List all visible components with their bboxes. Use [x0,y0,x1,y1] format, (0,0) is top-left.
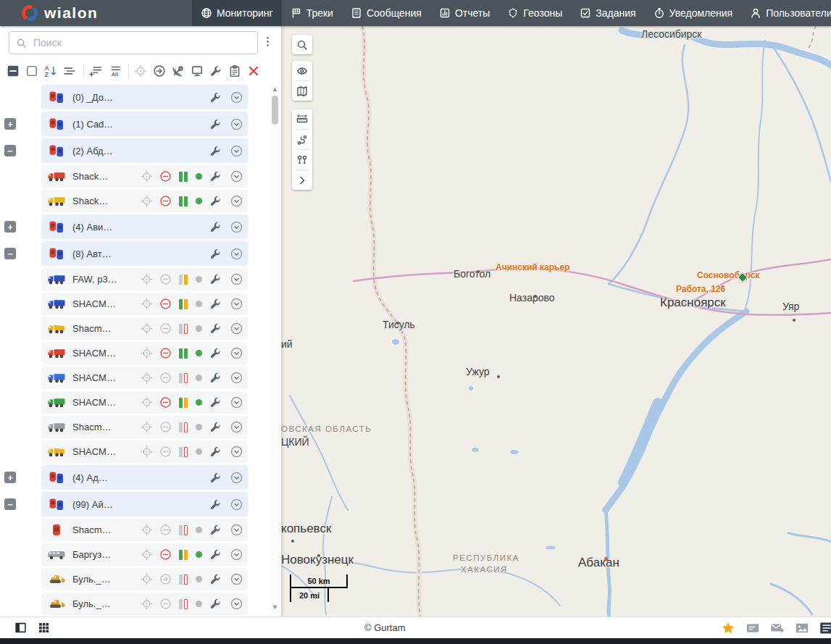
unit-properties-button[interactable] [206,273,225,285]
unit-row[interactable]: SHACM… [41,342,248,364]
scroll-down-arrow[interactable]: ▼ [270,603,280,611]
unit-menu-button[interactable] [225,446,248,458]
unit-properties-button[interactable] [206,170,225,183]
unit-row[interactable]: Shack… [41,190,248,212]
group-row[interactable]: (0) _До… [41,85,248,109]
unit-menu-button[interactable] [225,221,248,233]
scroll-up-arrow[interactable]: ▲ [270,85,280,93]
locate-on-map-icon[interactable] [137,372,156,384]
add-units-button[interactable] [89,64,102,78]
nav-reports[interactable]: Отчеты [430,0,498,26]
unit-properties-button[interactable] [206,322,225,335]
locate-on-map-icon[interactable] [137,298,156,310]
locate-on-map-icon[interactable] [137,195,156,207]
minimized-card-button[interactable] [746,621,760,635]
group-row[interactable]: (4) Ави… [41,214,248,239]
unit-menu-button[interactable] [225,322,248,335]
group-expander-plus[interactable]: + [4,472,16,483]
clear-list-button[interactable] [247,64,260,78]
media-button[interactable] [795,621,809,635]
unit-properties-button[interactable] [206,91,225,104]
unit-menu-button[interactable] [225,573,248,585]
group-expander-minus[interactable]: − [4,145,16,156]
group-expander-minus[interactable]: − [4,248,16,259]
locate-on-map-icon[interactable] [137,598,156,610]
graph-button[interactable] [292,150,312,170]
routing-button[interactable] [292,130,312,149]
apply-to-all-button[interactable] [228,64,241,78]
unit-menu-button[interactable] [225,273,248,285]
unit-properties-button[interactable] [206,372,225,384]
nav-tracks[interactable]: Треки [282,0,342,26]
unit-properties-button[interactable] [206,472,225,484]
locate-on-map-icon[interactable] [137,446,156,458]
unit-properties-button[interactable] [206,573,225,585]
map-canvas[interactable]: ЛесосибирскБоготолАчинский карьерНазаров… [281,26,831,617]
unit-properties-button[interactable] [206,524,225,536]
unit-menu-button[interactable] [225,524,248,536]
unit-properties-button[interactable] [206,347,225,359]
unit-row[interactable]: Баргуз… [41,543,248,566]
watch-unit-button[interactable] [134,64,147,78]
unit-properties-button[interactable] [206,145,225,157]
nav-geofences[interactable]: Геозоны [498,0,571,26]
unit-menu-button[interactable] [225,298,248,310]
unit-row[interactable]: Буль._… [41,593,248,615]
mail-button[interactable] [770,621,785,635]
unit-monitor-button[interactable] [191,64,204,78]
locate-on-map-icon[interactable] [137,170,156,183]
nav-notifications[interactable]: Уведомления [645,0,742,26]
layout-toggle-button[interactable] [14,622,27,634]
group-expander-plus[interactable]: + [4,221,16,233]
send-command-button[interactable] [153,64,166,78]
unit-menu-button[interactable] [225,91,248,104]
locate-on-map-icon[interactable] [137,347,156,359]
unit-row[interactable]: Shacm… [41,317,248,340]
unit-row[interactable]: Буль._… [41,568,248,590]
unit-properties-button[interactable] [206,248,225,260]
sidebar-scrollbar[interactable]: ▲ ▼ [270,85,280,611]
unit-properties-button[interactable] [206,221,225,233]
unit-row[interactable]: SHACM… [41,293,248,315]
locate-on-map-icon[interactable] [137,548,156,561]
expand-tools-button[interactable] [292,170,312,190]
unit-menu-button[interactable] [225,548,248,561]
nav-jobs[interactable]: Задания [571,0,644,26]
unit-menu-button[interactable] [225,248,248,260]
favorites-star-button[interactable] [721,621,735,635]
unit-row[interactable]: FAW, p3… [41,268,248,290]
search-input[interactable] [32,36,251,49]
log-button[interactable] [819,621,831,635]
unit-menu-button[interactable] [225,118,248,130]
show-all-units-button[interactable]: All [108,64,121,78]
unit-menu-button[interactable] [225,598,248,610]
unit-properties-button[interactable] [206,446,225,458]
unit-properties-button[interactable] [206,498,225,511]
group-row[interactable]: (1) Cad… [41,112,248,136]
group-row[interactable]: (4) Ад… [41,465,248,490]
unit-properties-button[interactable] [206,118,225,130]
scrollbar-thumb[interactable] [272,96,278,125]
unit-menu-button[interactable] [225,347,248,359]
unit-properties-button[interactable] [206,396,225,409]
unit-row[interactable]: SHACM… [41,391,248,414]
unit-menu-button[interactable] [225,498,248,511]
unit-menu-button[interactable] [225,421,248,433]
group-row[interactable]: (2) Абд… [41,138,248,163]
layers-button[interactable] [292,81,312,101]
unit-row[interactable]: Shacm… [41,416,248,438]
unit-menu-button[interactable] [225,195,248,207]
group-row[interactable]: (8) Авт… [41,241,248,266]
nav-monitoring[interactable]: Мониторинг [192,0,282,26]
unit-properties-button[interactable] [206,421,225,433]
locate-on-map-icon[interactable] [137,573,156,585]
visibility-button[interactable] [292,61,312,80]
unit-properties-button[interactable] [206,548,225,561]
unit-row[interactable]: Shacm… [41,519,248,541]
unit-properties-button[interactable] [206,195,225,207]
group-expander-minus[interactable]: − [4,498,16,510]
locate-on-map-icon[interactable] [137,524,156,536]
unit-menu-button[interactable] [225,372,248,384]
unit-menu-button[interactable] [225,396,248,409]
map-search-button[interactable] [292,35,312,54]
